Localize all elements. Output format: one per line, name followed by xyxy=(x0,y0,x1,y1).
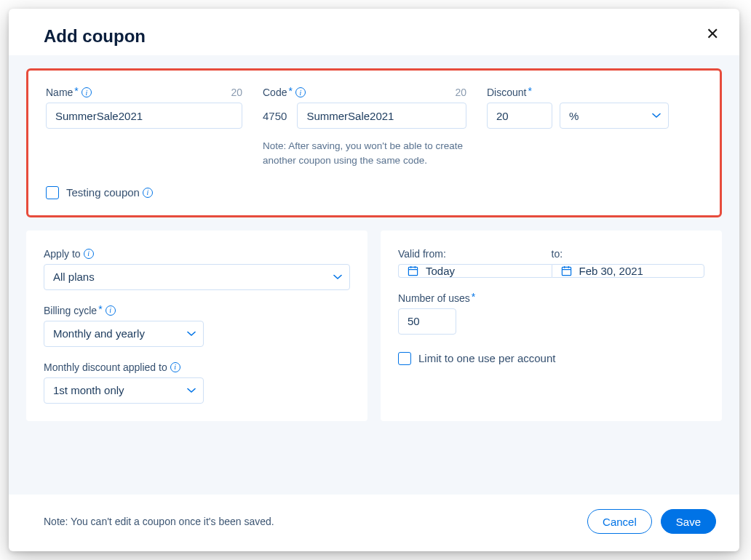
modal-body: Name* i 20 Code* i 20 xyxy=(9,55,739,495)
apply-settings-card: Apply to i All plans Billing cycle* i xyxy=(26,231,367,421)
cancel-button[interactable]: Cancel xyxy=(587,509,652,534)
apply-to-label: Apply to i xyxy=(44,248,350,260)
chevron-down-icon xyxy=(187,331,196,337)
code-prefix: 4750 xyxy=(263,103,291,129)
name-input[interactable] xyxy=(46,103,242,129)
monthly-discount-label: Monthly discount applied to i xyxy=(44,361,350,373)
apply-to-select[interactable]: All plans xyxy=(44,264,350,290)
billing-cycle-select[interactable]: Monthly and yearly xyxy=(44,321,204,347)
name-label: Name* i xyxy=(46,87,92,98)
calendar-icon xyxy=(408,265,418,276)
close-icon[interactable]: ✕ xyxy=(703,23,722,45)
info-icon[interactable]: i xyxy=(143,188,153,198)
info-icon[interactable]: i xyxy=(106,305,116,316)
code-label: Code* i xyxy=(263,87,306,98)
info-icon[interactable]: i xyxy=(84,249,94,259)
monthly-discount-select[interactable]: 1st month only xyxy=(44,377,204,404)
code-input[interactable] xyxy=(297,103,466,129)
calendar-icon xyxy=(561,265,572,276)
coupon-main-card: Name* i 20 Code* i 20 xyxy=(26,68,722,217)
chevron-down-icon xyxy=(187,388,196,393)
valid-from-input[interactable]: Today xyxy=(398,264,552,278)
validity-card: Valid from: Today to: xyxy=(381,231,722,421)
code-note: Note: After saving, you won't be able to… xyxy=(263,139,466,169)
modal-header: Add coupon ✕ xyxy=(9,9,739,55)
name-counter: 20 xyxy=(231,87,242,98)
svg-rect-0 xyxy=(408,267,417,275)
discount-field-group: Discount* % xyxy=(487,87,669,129)
chevron-down-icon xyxy=(333,274,342,280)
code-counter: 20 xyxy=(455,87,466,98)
valid-to-input[interactable]: Feb 30, 2021 xyxy=(552,264,705,278)
code-field-group: Code* i 20 4750 Note: After saving, you … xyxy=(263,87,466,169)
chevron-down-icon xyxy=(652,113,661,119)
discount-label: Discount* xyxy=(487,87,532,98)
discount-unit-select[interactable]: % xyxy=(560,103,669,129)
info-icon[interactable]: i xyxy=(170,362,180,372)
info-icon[interactable]: i xyxy=(82,87,92,97)
footer-note: Note: You can't edit a coupon once it's … xyxy=(44,516,274,527)
testing-coupon-row: Testing coupon i xyxy=(46,186,702,199)
discount-value-input[interactable] xyxy=(487,103,552,129)
uses-label: Number of uses* xyxy=(398,292,704,304)
limit-one-use-checkbox[interactable] xyxy=(398,352,411,365)
limit-one-use-label: Limit to one use per account xyxy=(418,352,555,364)
testing-coupon-label: Testing coupon i xyxy=(66,186,153,199)
add-coupon-modal: Add coupon ✕ Name* i 20 xyxy=(9,9,739,551)
svg-rect-4 xyxy=(562,267,571,275)
save-button[interactable]: Save xyxy=(661,509,716,534)
valid-from-label: Valid from: xyxy=(398,248,552,260)
valid-to-label: to: xyxy=(552,248,705,260)
testing-coupon-checkbox[interactable] xyxy=(46,186,59,199)
uses-input[interactable] xyxy=(398,308,456,335)
billing-cycle-label: Billing cycle* i xyxy=(44,305,350,316)
name-field-group: Name* i 20 xyxy=(46,87,242,129)
modal-footer: Note: You can't edit a coupon once it's … xyxy=(9,495,739,551)
modal-title: Add coupon xyxy=(44,26,146,47)
info-icon[interactable]: i xyxy=(295,87,306,97)
